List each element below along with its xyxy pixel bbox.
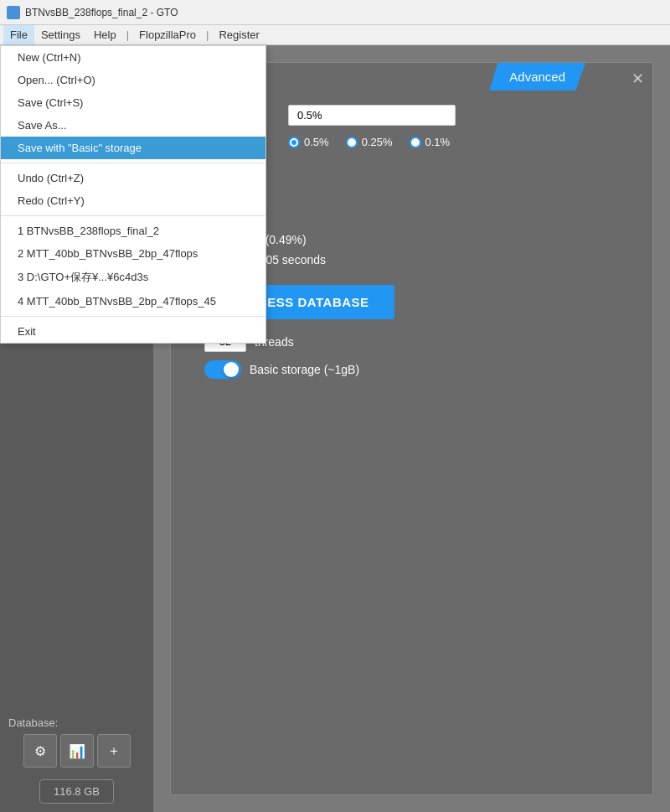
divider-2: [1, 215, 265, 216]
radio-label-0.25: 0.25%: [362, 136, 393, 148]
title-bar-text: BTNvsBB_238flops_final_2 - GTO: [25, 7, 178, 18]
menu-undo[interactable]: Undo (Ctrl+Z): [1, 167, 265, 189]
database-label: Database:: [8, 716, 58, 729]
app-icon: [7, 6, 20, 19]
radio-label-0.5: 0.5%: [304, 136, 329, 148]
db-settings-icon[interactable]: ⚙: [23, 734, 57, 768]
radio-circle-0.5: [288, 137, 300, 148]
menu-flopzillapro[interactable]: FlopzillaPro: [132, 25, 203, 44]
database-icons: ⚙ 📊 ＋: [23, 734, 131, 768]
db-add-icon[interactable]: ＋: [97, 734, 131, 768]
radio-option-0.25[interactable]: 0.25%: [346, 136, 393, 148]
title-bar: BTNvsBB_238flops_final_2 - GTO: [0, 0, 670, 25]
radio-label-0.1: 0.1%: [425, 136, 451, 148]
radio-circle-0.1: [410, 137, 421, 148]
menu-sep-2: |: [203, 28, 212, 41]
file-dropdown-menu: New (Ctrl+N) Open... (Ctrl+O) Save (Ctrl…: [0, 45, 266, 344]
divider-3: [1, 316, 265, 317]
basic-storage-row: Basic storage (~1gB): [204, 360, 359, 379]
radio-option-0.5[interactable]: 0.5%: [288, 136, 329, 148]
basic-storage-toggle[interactable]: [204, 360, 241, 379]
menu-settings[interactable]: Settings: [34, 25, 87, 44]
sidebar-bottom: Database: ⚙ 📊 ＋ 116.8 GB: [8, 716, 145, 804]
radio-option-0.1[interactable]: 0.1%: [410, 136, 451, 148]
radio-circle-0.25: [346, 137, 358, 148]
menu-bar: File Settings Help | FlopzillaPro | Regi…: [0, 25, 670, 45]
advanced-tab[interactable]: Advanced: [489, 63, 585, 91]
menu-help[interactable]: Help: [87, 25, 123, 44]
menu-save[interactable]: Save (Ctrl+S): [1, 91, 265, 114]
menu-exit[interactable]: Exit: [1, 320, 265, 343]
menu-save-as[interactable]: Save As...: [1, 114, 265, 137]
toggle-knob: [224, 362, 239, 377]
menu-redo[interactable]: Redo (Ctrl+Y): [1, 189, 265, 212]
target-dev-input[interactable]: [288, 105, 456, 126]
storage-size-badge: 116.8 GB: [39, 779, 114, 804]
menu-save-basic[interactable]: Save with "Basic" storage: [1, 137, 265, 159]
menu-recent-2[interactable]: 2 MTT_40bb_BTNvsBB_2bp_47flops: [1, 242, 265, 265]
menu-sep-1: |: [123, 28, 132, 41]
basic-storage-label: Basic storage (~1gB): [250, 363, 359, 376]
dialog-close-button[interactable]: ✕: [631, 70, 644, 88]
radio-group: 0.5% 0.25% 0.1%: [288, 136, 627, 148]
menu-recent-1[interactable]: 1 BTNvsBB_238flops_final_2: [1, 220, 265, 242]
menu-recent-3[interactable]: 3 D:\GTO+保存¥...¥6c4d3s: [1, 265, 265, 290]
menu-open[interactable]: Open... (Ctrl+O): [1, 69, 265, 91]
divider-1: [1, 163, 265, 163]
menu-register[interactable]: Register: [212, 25, 265, 44]
menu-file[interactable]: File: [3, 25, 34, 44]
menu-new[interactable]: New (Ctrl+N): [1, 46, 265, 69]
db-stats-icon[interactable]: 📊: [60, 734, 94, 768]
menu-recent-4[interactable]: 4 MTT_40bb_BTNvsBB_2bp_47flops_45: [1, 290, 265, 313]
